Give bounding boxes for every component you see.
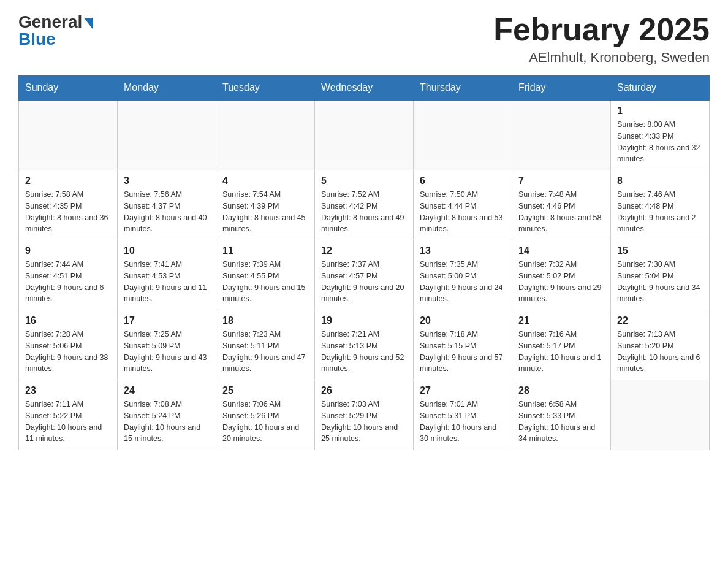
day-info: Sunrise: 7:41 AMSunset: 4:53 PMDaylight:… xyxy=(124,259,210,305)
calendar-cell xyxy=(118,100,216,170)
calendar-week-row: 1Sunrise: 8:00 AMSunset: 4:33 PMDaylight… xyxy=(19,100,710,170)
day-info: Sunrise: 7:11 AMSunset: 5:22 PMDaylight:… xyxy=(25,399,111,445)
day-info: Sunrise: 7:52 AMSunset: 4:42 PMDaylight:… xyxy=(321,189,407,235)
calendar-cell: 13Sunrise: 7:35 AMSunset: 5:00 PMDayligh… xyxy=(414,240,512,310)
day-info: Sunrise: 7:48 AMSunset: 4:46 PMDaylight:… xyxy=(518,189,604,235)
day-info: Sunrise: 6:58 AMSunset: 5:33 PMDaylight:… xyxy=(518,399,604,445)
weekday-header-sunday: Sunday xyxy=(19,76,118,101)
calendar-cell: 7Sunrise: 7:48 AMSunset: 4:46 PMDaylight… xyxy=(512,170,611,240)
day-number: 5 xyxy=(321,175,407,186)
day-number: 15 xyxy=(617,245,703,256)
calendar-cell: 16Sunrise: 7:28 AMSunset: 5:06 PMDayligh… xyxy=(19,310,118,380)
calendar-cell: 12Sunrise: 7:37 AMSunset: 4:57 PMDayligh… xyxy=(315,240,414,310)
weekday-header-friday: Friday xyxy=(512,76,611,101)
day-number: 23 xyxy=(25,385,111,396)
day-info: Sunrise: 7:58 AMSunset: 4:35 PMDaylight:… xyxy=(25,189,111,235)
day-info: Sunrise: 7:46 AMSunset: 4:48 PMDaylight:… xyxy=(617,189,703,235)
calendar-cell xyxy=(216,100,315,170)
day-info: Sunrise: 7:50 AMSunset: 4:44 PMDaylight:… xyxy=(420,189,506,235)
calendar-cell: 2Sunrise: 7:58 AMSunset: 4:35 PMDaylight… xyxy=(19,170,118,240)
day-number: 11 xyxy=(222,245,308,256)
day-info: Sunrise: 8:00 AMSunset: 4:33 PMDaylight:… xyxy=(617,119,703,165)
day-info: Sunrise: 7:03 AMSunset: 5:29 PMDaylight:… xyxy=(321,399,407,445)
day-number: 2 xyxy=(25,175,111,186)
day-number: 16 xyxy=(25,315,111,326)
location-title: AElmhult, Kronoberg, Sweden xyxy=(493,50,710,66)
weekday-header-tuesday: Tuesday xyxy=(216,76,315,101)
day-info: Sunrise: 7:37 AMSunset: 4:57 PMDaylight:… xyxy=(321,259,407,305)
calendar-cell: 18Sunrise: 7:23 AMSunset: 5:11 PMDayligh… xyxy=(216,310,315,380)
day-number: 4 xyxy=(222,175,308,186)
day-info: Sunrise: 7:21 AMSunset: 5:13 PMDaylight:… xyxy=(321,329,407,375)
day-info: Sunrise: 7:32 AMSunset: 5:02 PMDaylight:… xyxy=(518,259,604,305)
month-year-title: February 2025 xyxy=(493,12,710,47)
weekday-header-monday: Monday xyxy=(118,76,216,101)
calendar-week-row: 23Sunrise: 7:11 AMSunset: 5:22 PMDayligh… xyxy=(19,380,710,450)
day-number: 10 xyxy=(124,245,210,256)
day-info: Sunrise: 7:39 AMSunset: 4:55 PMDaylight:… xyxy=(222,259,308,305)
calendar-cell: 8Sunrise: 7:46 AMSunset: 4:48 PMDaylight… xyxy=(611,170,710,240)
day-info: Sunrise: 7:54 AMSunset: 4:39 PMDaylight:… xyxy=(222,189,308,235)
day-info: Sunrise: 7:44 AMSunset: 4:51 PMDaylight:… xyxy=(25,259,111,305)
day-number: 7 xyxy=(518,175,604,186)
day-info: Sunrise: 7:18 AMSunset: 5:15 PMDaylight:… xyxy=(420,329,506,375)
calendar-cell xyxy=(414,100,512,170)
calendar-cell: 23Sunrise: 7:11 AMSunset: 5:22 PMDayligh… xyxy=(19,380,118,450)
day-info: Sunrise: 7:16 AMSunset: 5:17 PMDaylight:… xyxy=(518,329,604,375)
calendar-cell: 19Sunrise: 7:21 AMSunset: 5:13 PMDayligh… xyxy=(315,310,414,380)
day-number: 8 xyxy=(617,175,703,186)
calendar-cell: 27Sunrise: 7:01 AMSunset: 5:31 PMDayligh… xyxy=(414,380,512,450)
day-number: 3 xyxy=(124,175,210,186)
calendar-cell xyxy=(315,100,414,170)
day-info: Sunrise: 7:28 AMSunset: 5:06 PMDaylight:… xyxy=(25,329,111,375)
calendar-cell: 17Sunrise: 7:25 AMSunset: 5:09 PMDayligh… xyxy=(118,310,216,380)
day-number: 6 xyxy=(420,175,506,186)
calendar-week-row: 16Sunrise: 7:28 AMSunset: 5:06 PMDayligh… xyxy=(19,310,710,380)
day-number: 25 xyxy=(222,385,308,396)
calendar-header-row: SundayMondayTuesdayWednesdayThursdayFrid… xyxy=(19,76,710,101)
calendar-cell: 24Sunrise: 7:08 AMSunset: 5:24 PMDayligh… xyxy=(118,380,216,450)
day-number: 14 xyxy=(518,245,604,256)
calendar-week-row: 9Sunrise: 7:44 AMSunset: 4:51 PMDaylight… xyxy=(19,240,710,310)
calendar-cell: 3Sunrise: 7:56 AMSunset: 4:37 PMDaylight… xyxy=(118,170,216,240)
calendar-cell: 21Sunrise: 7:16 AMSunset: 5:17 PMDayligh… xyxy=(512,310,611,380)
day-info: Sunrise: 7:30 AMSunset: 5:04 PMDaylight:… xyxy=(617,259,703,305)
calendar-table: SundayMondayTuesdayWednesdayThursdayFrid… xyxy=(18,75,710,450)
day-number: 24 xyxy=(124,385,210,396)
calendar-cell: 5Sunrise: 7:52 AMSunset: 4:42 PMDaylight… xyxy=(315,170,414,240)
calendar-cell: 1Sunrise: 8:00 AMSunset: 4:33 PMDaylight… xyxy=(611,100,710,170)
calendar-cell: 20Sunrise: 7:18 AMSunset: 5:15 PMDayligh… xyxy=(414,310,512,380)
day-number: 1 xyxy=(617,105,703,117)
title-section: February 2025 AElmhult, Kronoberg, Swede… xyxy=(493,12,710,66)
calendar-cell: 26Sunrise: 7:03 AMSunset: 5:29 PMDayligh… xyxy=(315,380,414,450)
calendar-cell: 11Sunrise: 7:39 AMSunset: 4:55 PMDayligh… xyxy=(216,240,315,310)
day-number: 22 xyxy=(617,315,703,326)
day-info: Sunrise: 7:23 AMSunset: 5:11 PMDaylight:… xyxy=(222,329,308,375)
calendar-cell xyxy=(512,100,611,170)
logo: General Blue xyxy=(18,12,93,49)
day-number: 26 xyxy=(321,385,407,396)
calendar-cell xyxy=(19,100,118,170)
logo-blue-text: Blue xyxy=(18,29,56,49)
weekday-header-thursday: Thursday xyxy=(414,76,512,101)
calendar-cell: 10Sunrise: 7:41 AMSunset: 4:53 PMDayligh… xyxy=(118,240,216,310)
calendar-cell: 14Sunrise: 7:32 AMSunset: 5:02 PMDayligh… xyxy=(512,240,611,310)
day-number: 17 xyxy=(124,315,210,326)
day-info: Sunrise: 7:56 AMSunset: 4:37 PMDaylight:… xyxy=(124,189,210,235)
weekday-header-saturday: Saturday xyxy=(611,76,710,101)
logo-arrow-icon xyxy=(84,18,93,29)
day-number: 19 xyxy=(321,315,407,326)
day-info: Sunrise: 7:08 AMSunset: 5:24 PMDaylight:… xyxy=(124,399,210,445)
day-info: Sunrise: 7:35 AMSunset: 5:00 PMDaylight:… xyxy=(420,259,506,305)
calendar-cell: 28Sunrise: 6:58 AMSunset: 5:33 PMDayligh… xyxy=(512,380,611,450)
day-number: 12 xyxy=(321,245,407,256)
calendar-week-row: 2Sunrise: 7:58 AMSunset: 4:35 PMDaylight… xyxy=(19,170,710,240)
day-info: Sunrise: 7:01 AMSunset: 5:31 PMDaylight:… xyxy=(420,399,506,445)
day-number: 27 xyxy=(420,385,506,396)
day-number: 20 xyxy=(420,315,506,326)
day-number: 21 xyxy=(518,315,604,326)
day-info: Sunrise: 7:06 AMSunset: 5:26 PMDaylight:… xyxy=(222,399,308,445)
day-number: 13 xyxy=(420,245,506,256)
calendar-cell: 25Sunrise: 7:06 AMSunset: 5:26 PMDayligh… xyxy=(216,380,315,450)
calendar-cell: 6Sunrise: 7:50 AMSunset: 4:44 PMDaylight… xyxy=(414,170,512,240)
